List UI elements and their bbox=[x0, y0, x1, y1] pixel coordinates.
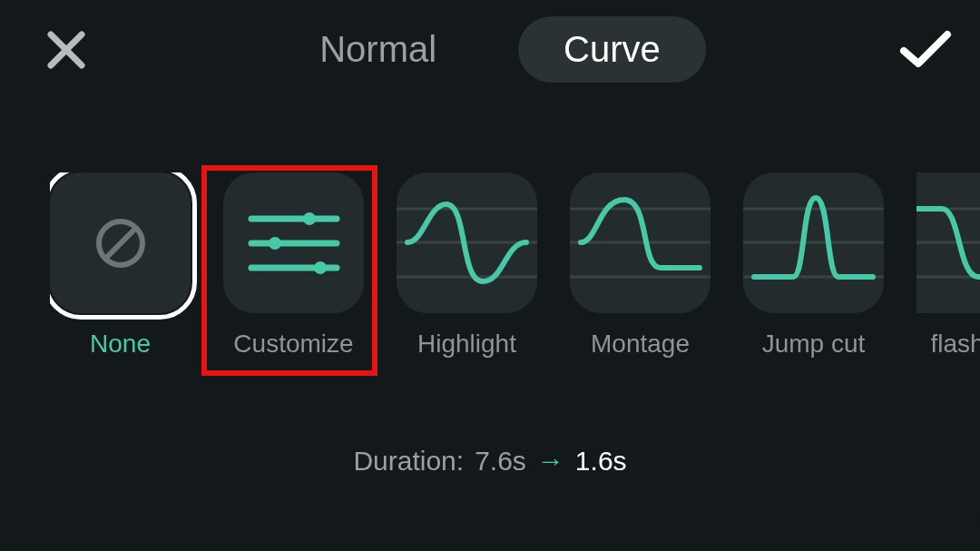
preset-label: Montage bbox=[591, 330, 690, 359]
duration-readout: Duration:7.6s → 1.6s bbox=[0, 446, 980, 477]
preset-thumb bbox=[223, 172, 364, 313]
flash-curve-icon bbox=[916, 172, 980, 313]
close-icon bbox=[44, 27, 89, 73]
check-icon bbox=[898, 27, 953, 73]
preset-highlight[interactable]: Highlight bbox=[397, 172, 537, 359]
none-icon bbox=[93, 216, 148, 271]
preset-thumb bbox=[916, 172, 980, 313]
svg-point-7 bbox=[314, 261, 327, 274]
duration-after: 1.6s bbox=[575, 446, 627, 477]
confirm-button[interactable] bbox=[898, 27, 953, 73]
curve-preset-list[interactable]: None Customize bbox=[50, 172, 980, 406]
preset-label: Jump cut bbox=[762, 330, 866, 359]
preset-thumb bbox=[570, 172, 710, 313]
highlight-curve-icon bbox=[397, 172, 537, 313]
preset-thumb bbox=[397, 172, 537, 313]
top-bar: Normal Curve bbox=[0, 0, 980, 100]
preset-montage[interactable]: Montage bbox=[570, 172, 710, 359]
svg-point-3 bbox=[303, 212, 316, 225]
duration-before: 7.6s bbox=[475, 446, 526, 477]
preset-label: Highlight bbox=[417, 330, 516, 359]
preset-customize[interactable]: Customize bbox=[223, 172, 364, 359]
preset-thumb bbox=[743, 172, 884, 313]
svg-point-5 bbox=[269, 237, 281, 250]
preset-label: Customize bbox=[233, 330, 353, 359]
svg-line-1 bbox=[106, 229, 135, 258]
preset-flash[interactable]: flash bbox=[916, 172, 980, 359]
preset-jumpcut[interactable]: Jump cut bbox=[743, 172, 884, 359]
preset-none[interactable]: None bbox=[50, 172, 191, 359]
close-button[interactable] bbox=[44, 27, 89, 73]
montage-curve-icon bbox=[570, 172, 710, 313]
preset-label: flash bbox=[930, 330, 980, 359]
duration-prefix: Duration: bbox=[353, 446, 464, 477]
jumpcut-curve-icon bbox=[743, 172, 884, 313]
tab-normal[interactable]: Normal bbox=[274, 16, 482, 83]
preset-label: None bbox=[90, 330, 151, 359]
tab-group: Normal Curve bbox=[274, 16, 706, 83]
speed-curve-panel: Normal Curve None bbox=[0, 0, 980, 551]
tab-curve[interactable]: Curve bbox=[518, 16, 706, 83]
sliders-icon bbox=[244, 202, 344, 284]
preset-thumb bbox=[50, 172, 191, 313]
arrow-right-icon: → bbox=[537, 446, 564, 477]
